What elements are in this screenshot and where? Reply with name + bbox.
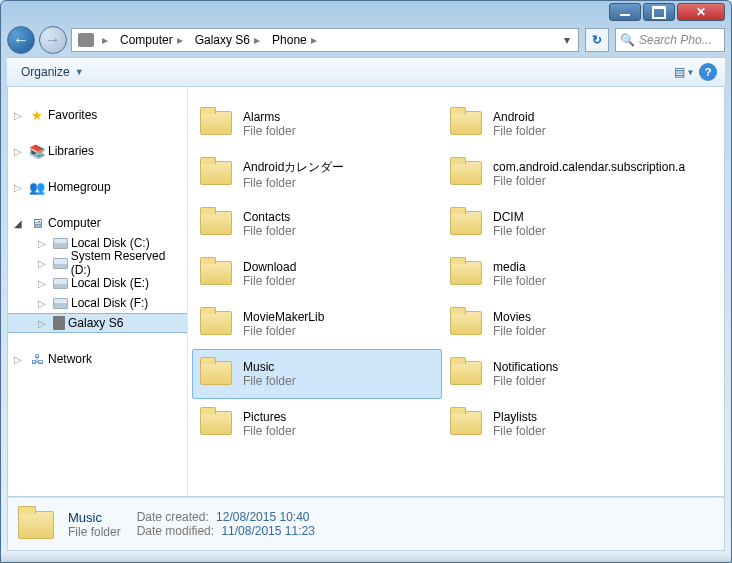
folder-subtext: File folder — [493, 424, 546, 438]
folder-name: media — [493, 260, 546, 274]
address-bar[interactable]: ▸ Computer▸ Galaxy S6▸ Phone▸ ▾ — [71, 28, 579, 52]
help-button[interactable]: ? — [699, 63, 717, 81]
maximize-button[interactable] — [643, 3, 675, 21]
forward-button[interactable]: → — [39, 26, 67, 54]
folder-name: com.android.calendar.subscription.a — [493, 160, 685, 174]
network-icon: 🖧 — [29, 351, 45, 367]
tree-label: System Reserved (D:) — [71, 249, 187, 277]
command-bar: Organize ▼ ▤ ▼ ? — [7, 57, 725, 87]
computer-icon: 🖥 — [29, 215, 45, 231]
tree-label: Local Disk (F:) — [71, 296, 148, 310]
folder-item[interactable]: AndroidカレンダーFile folder — [192, 149, 442, 199]
tree-label: Network — [48, 352, 92, 366]
folder-item[interactable]: DCIMFile folder — [442, 199, 692, 249]
tree-drive-item[interactable]: ▷Galaxy S6 — [8, 313, 187, 333]
folder-item[interactable]: NotificationsFile folder — [442, 349, 692, 399]
search-icon: 🔍 — [620, 33, 635, 47]
minimize-button[interactable] — [609, 3, 641, 21]
folder-name: Pictures — [243, 410, 296, 424]
folder-subtext: File folder — [243, 274, 296, 288]
folder-icon — [197, 304, 237, 344]
tree-label: Galaxy S6 — [68, 316, 123, 330]
folder-subtext: File folder — [493, 324, 546, 338]
folder-icon — [16, 503, 58, 545]
main-area: ▷ ★ Favorites ▷ 📚 Libraries ▷ 👥 Homegrou… — [7, 87, 725, 497]
folder-subtext: File folder — [243, 424, 296, 438]
close-button[interactable] — [677, 3, 725, 21]
chevron-right-icon: ▷ — [14, 146, 26, 157]
chevron-right-icon: ▷ — [14, 110, 26, 121]
folder-subtext: File folder — [493, 174, 685, 188]
chevron-right-icon: ▷ — [38, 318, 50, 329]
folder-subtext: File folder — [493, 274, 546, 288]
tree-network[interactable]: ▷ 🖧 Network — [8, 349, 187, 369]
refresh-button[interactable]: ↻ — [585, 28, 609, 52]
tree-label: Local Disk (E:) — [71, 276, 149, 290]
back-button[interactable]: ← — [7, 26, 35, 54]
folder-item[interactable]: mediaFile folder — [442, 249, 692, 299]
details-modified-value: 11/08/2015 11:23 — [221, 524, 314, 538]
folder-item[interactable]: MusicFile folder — [192, 349, 442, 399]
breadcrumb-segment[interactable]: Galaxy S6 — [195, 33, 250, 47]
folder-subtext: File folder — [243, 224, 296, 238]
breadcrumb-segment[interactable]: Phone — [272, 33, 307, 47]
tree-drive-item[interactable]: ▷System Reserved (D:) — [8, 253, 187, 273]
folder-subtext: File folder — [493, 374, 558, 388]
folder-icon — [197, 154, 237, 194]
folder-icon — [447, 304, 487, 344]
folder-icon — [447, 104, 487, 144]
folder-icon — [197, 104, 237, 144]
folder-icon — [447, 354, 487, 394]
details-created-value: 12/08/2015 10:40 — [216, 510, 309, 524]
folder-name: Notifications — [493, 360, 558, 374]
organize-button[interactable]: Organize ▼ — [15, 62, 90, 82]
tree-favorites[interactable]: ▷ ★ Favorites — [8, 105, 187, 125]
breadcrumb-segment[interactable]: Computer — [120, 33, 173, 47]
tree-label: Favorites — [48, 108, 97, 122]
folder-name: Movies — [493, 310, 546, 324]
tree-drive-item[interactable]: ▷Local Disk (F:) — [8, 293, 187, 313]
address-dropdown[interactable]: ▾ — [558, 33, 576, 47]
folder-item[interactable]: MovieMakerLibFile folder — [192, 299, 442, 349]
search-input[interactable]: 🔍 Search Pho... — [615, 28, 725, 52]
folder-item[interactable]: com.android.calendar.subscription.aFile … — [442, 149, 692, 199]
folder-item[interactable]: MoviesFile folder — [442, 299, 692, 349]
star-icon: ★ — [29, 107, 45, 123]
folder-icon — [197, 354, 237, 394]
navigation-pane: ▷ ★ Favorites ▷ 📚 Libraries ▷ 👥 Homegrou… — [8, 87, 188, 496]
drive-icon — [53, 278, 68, 289]
chevron-right-icon: ▷ — [38, 238, 50, 249]
chevron-right-icon: ▸ — [173, 33, 187, 47]
folder-item[interactable]: AlarmsFile folder — [192, 99, 442, 149]
content-pane[interactable]: AlarmsFile folderAndroidFile folderAndro… — [188, 87, 724, 496]
folder-item[interactable]: PlaylistsFile folder — [442, 399, 692, 449]
chevron-right-icon: ▷ — [38, 258, 50, 269]
folder-item[interactable]: ContactsFile folder — [192, 199, 442, 249]
folder-name: Alarms — [243, 110, 296, 124]
folder-name: Playlists — [493, 410, 546, 424]
tree-homegroup[interactable]: ▷ 👥 Homegroup — [8, 177, 187, 197]
phone-icon — [53, 316, 65, 330]
folder-subtext: File folder — [243, 176, 344, 190]
nav-row: ← → ▸ Computer▸ Galaxy S6▸ Phone▸ ▾ ↻ 🔍 … — [1, 23, 731, 57]
tree-label: Homegroup — [48, 180, 111, 194]
folder-icon — [447, 404, 487, 444]
tree-label: Local Disk (C:) — [71, 236, 150, 250]
folder-item[interactable]: DownloadFile folder — [192, 249, 442, 299]
folder-name: Music — [243, 360, 296, 374]
tree-computer[interactable]: ◢ 🖥 Computer — [8, 213, 187, 233]
folder-name: Download — [243, 260, 296, 274]
details-created-label: Date created: — [137, 510, 209, 524]
folder-name: MovieMakerLib — [243, 310, 324, 324]
chevron-right-icon: ▷ — [38, 278, 50, 289]
tree-label: Computer — [48, 216, 101, 230]
folder-item[interactable]: AndroidFile folder — [442, 99, 692, 149]
view-options-button[interactable]: ▤ ▼ — [671, 62, 697, 82]
folder-subtext: File folder — [243, 374, 296, 388]
chevron-right-icon: ▷ — [38, 298, 50, 309]
details-type: File folder — [68, 525, 121, 539]
computer-icon — [78, 33, 94, 47]
tree-libraries[interactable]: ▷ 📚 Libraries — [8, 141, 187, 161]
folder-subtext: File folder — [243, 324, 324, 338]
folder-item[interactable]: PicturesFile folder — [192, 399, 442, 449]
